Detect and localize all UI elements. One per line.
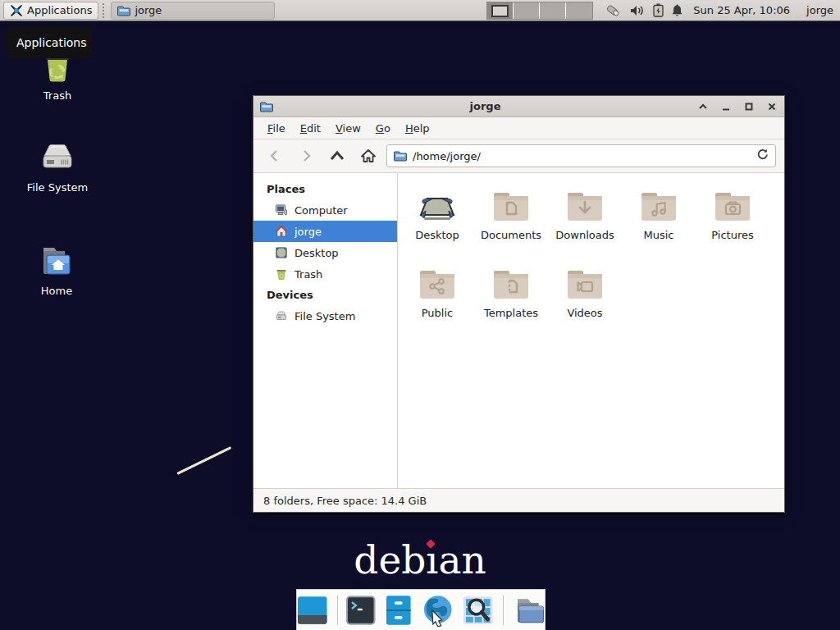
workspace-2[interactable]: [514, 2, 540, 19]
terminal-launcher-icon[interactable]: [346, 596, 376, 625]
volume-icon[interactable]: [630, 4, 646, 17]
folder-label: Pictures: [696, 229, 769, 241]
sidebar-item-filesystem[interactable]: File System: [253, 305, 397, 326]
debian-wallpaper-logo: debıan: [0, 537, 840, 582]
home-folder-icon: [37, 241, 76, 281]
folder-label: Desktop: [400, 229, 474, 241]
videos-folder-icon: [565, 264, 605, 304]
sidebar: Places Computer jorge: [253, 173, 398, 488]
wallpaper-stroke: [176, 446, 231, 475]
minimize-button[interactable]: [720, 101, 732, 112]
folder-item-music[interactable]: Music: [622, 186, 696, 264]
menu-go[interactable]: Go: [370, 120, 396, 137]
dock-separator: [503, 596, 504, 625]
workspace-window-thumbnail: [491, 5, 509, 17]
folder-item-pictures[interactable]: Pictures: [696, 186, 769, 264]
desktop-folder-icon: [418, 186, 457, 226]
back-button[interactable]: [262, 144, 288, 167]
folder-item-templates[interactable]: Templates: [474, 264, 548, 342]
file-cabinet-launcher-icon[interactable]: [385, 595, 413, 626]
top-panel: Applications jorge: [0, 0, 840, 21]
sidebar-places-header: Places: [253, 179, 397, 199]
taskbar-window-button[interactable]: jorge: [111, 2, 275, 20]
menu-edit[interactable]: Edit: [294, 120, 326, 137]
system-tray: [605, 3, 683, 18]
window-controls: [697, 101, 778, 112]
applications-tooltip-text: Applications: [16, 36, 87, 49]
folder-label: Videos: [548, 307, 622, 319]
applications-menu-label: Applications: [27, 4, 92, 16]
window-body: Places Computer jorge: [253, 173, 784, 488]
toolbar: /home/jorge/: [253, 139, 784, 173]
window-title-folder-icon: [260, 100, 273, 113]
shade-button[interactable]: [697, 101, 709, 112]
reload-icon[interactable]: [756, 148, 769, 164]
folder-label: Public: [400, 307, 474, 319]
sidebar-item-label: jorge: [294, 226, 322, 238]
notification-bell-icon[interactable]: [671, 3, 683, 17]
folder-item-public[interactable]: Public: [400, 264, 474, 342]
trash-icon: [275, 267, 288, 281]
folder-item-desktop[interactable]: Desktop: [400, 186, 474, 264]
debian-logo-text: an: [438, 537, 486, 582]
desktop-icon-label: Home: [11, 285, 102, 297]
battery-icon[interactable]: [653, 3, 664, 17]
panel-clock[interactable]: Sun 25 Apr, 10:06: [693, 4, 790, 16]
downloads-folder-icon: [565, 186, 605, 226]
window-title: jorge: [273, 100, 697, 112]
sidebar-item-desktop[interactable]: Desktop: [253, 242, 397, 263]
workspace-3[interactable]: [540, 2, 566, 19]
window-folder-icon: [117, 4, 130, 17]
folder-item-downloads[interactable]: Downloads: [548, 186, 622, 264]
workspace-switcher: [486, 2, 593, 20]
desktop-icon-home[interactable]: Home: [11, 241, 102, 297]
sidebar-item-label: Desktop: [294, 247, 339, 259]
desktop-icon-filesystem[interactable]: File System: [12, 138, 103, 194]
sidebar-item-trash[interactable]: Trash: [253, 263, 397, 285]
applications-menu-icon: [10, 4, 23, 17]
web-browser-launcher-icon[interactable]: [422, 594, 454, 627]
home-button[interactable]: [355, 144, 381, 167]
sidebar-item-jorge[interactable]: jorge: [253, 221, 397, 242]
sidebar-item-label: Trash: [294, 268, 322, 281]
computer-icon: [275, 203, 288, 217]
location-bar[interactable]: /home/jorge/: [386, 144, 776, 167]
desktop-icon-label: File System: [12, 181, 103, 194]
taskbar-window-label: jorge: [135, 4, 162, 16]
show-desktop-icon[interactable]: [297, 596, 328, 625]
app-finder-launcher-icon[interactable]: [463, 596, 494, 625]
templates-folder-icon: [491, 264, 531, 304]
status-bar: 8 folders, Free space: 14.4 GiB: [253, 488, 784, 512]
close-button[interactable]: [766, 101, 778, 112]
pictures-folder-icon: [713, 186, 752, 226]
menu-view[interactable]: View: [330, 120, 367, 137]
workspace-1[interactable]: [487, 2, 514, 19]
panel-user-menu[interactable]: jorge: [806, 4, 833, 16]
panel-handle[interactable]: [103, 3, 107, 18]
applications-tooltip: Applications: [7, 27, 92, 58]
forward-button[interactable]: [293, 144, 319, 167]
menu-file[interactable]: File: [262, 120, 291, 137]
workspace-4[interactable]: [566, 2, 592, 19]
folder-label: Documents: [474, 229, 548, 241]
sidebar-item-label: File System: [294, 310, 355, 322]
input-device-icon[interactable]: [605, 3, 623, 18]
documents-folder-icon: [491, 186, 531, 226]
applications-menu-button[interactable]: Applications: [3, 2, 98, 20]
menu-help[interactable]: Help: [399, 120, 436, 137]
window-titlebar[interactable]: jorge: [253, 96, 784, 117]
home-icon: [275, 225, 288, 238]
sidebar-devices-header: Devices: [253, 285, 397, 305]
folder-item-videos[interactable]: Videos: [548, 264, 622, 342]
file-manager-launcher-icon[interactable]: [513, 596, 545, 625]
file-manager-window: jorge File Edit View Go Help: [253, 95, 785, 513]
folder-label: Music: [622, 229, 696, 241]
folder-item-documents[interactable]: Documents: [474, 186, 548, 264]
up-button[interactable]: [324, 144, 350, 167]
dock-separator: [337, 596, 338, 625]
location-path[interactable]: /home/jorge/: [413, 150, 751, 162]
sidebar-item-computer[interactable]: Computer: [253, 199, 397, 221]
debian-logo-text: deb: [354, 537, 426, 582]
maximize-button[interactable]: [743, 101, 755, 112]
music-folder-icon: [639, 186, 678, 226]
